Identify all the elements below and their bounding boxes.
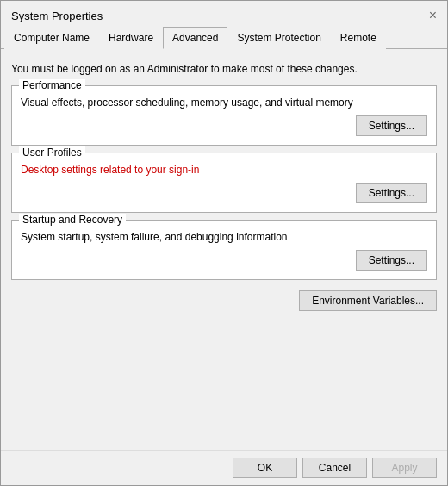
environment-variables-button[interactable]: Environment Variables...: [299, 290, 437, 311]
title-bar: System Properties ×: [1, 1, 447, 27]
startup-recovery-desc: System startup, system failure, and debu…: [21, 231, 427, 243]
apply-button[interactable]: Apply: [372, 458, 437, 478]
close-icon[interactable]: ×: [429, 8, 437, 23]
system-properties-window: System Properties × Computer Name Hardwa…: [0, 0, 448, 486]
tab-remote[interactable]: Remote: [331, 27, 386, 49]
user-profiles-section: User Profiles Desktop settings related t…: [11, 153, 437, 213]
tab-content: You must be logged on as an Administrato…: [1, 49, 447, 450]
performance-section: Performance Visual effects, processor sc…: [11, 85, 437, 146]
startup-recovery-label: Startup and Recovery: [19, 214, 126, 226]
tab-bar: Computer Name Hardware Advanced System P…: [1, 27, 447, 49]
performance-settings-button[interactable]: Settings...: [356, 115, 427, 136]
tab-system-protection[interactable]: System Protection: [227, 27, 330, 49]
tab-advanced[interactable]: Advanced: [163, 27, 227, 49]
user-profiles-desc: Desktop settings related to your sign-in: [21, 164, 427, 176]
ok-button[interactable]: OK: [233, 458, 297, 478]
tab-computer-name[interactable]: Computer Name: [4, 27, 99, 49]
performance-footer: Settings...: [21, 115, 427, 136]
user-profiles-footer: Settings...: [21, 183, 427, 203]
performance-label: Performance: [19, 79, 85, 91]
user-profiles-label: User Profiles: [19, 146, 85, 159]
startup-recovery-footer: Settings...: [21, 250, 427, 271]
tab-hardware[interactable]: Hardware: [99, 27, 163, 49]
startup-recovery-settings-button[interactable]: Settings...: [356, 250, 427, 271]
admin-info-text: You must be logged on as an Administrato…: [11, 59, 437, 78]
performance-desc: Visual effects, processor scheduling, me…: [21, 97, 427, 109]
startup-recovery-section: Startup and Recovery System startup, sys…: [11, 220, 437, 280]
bottom-bar: OK Cancel Apply: [1, 450, 447, 485]
user-profiles-settings-button[interactable]: Settings...: [356, 183, 427, 203]
cancel-button[interactable]: Cancel: [302, 458, 367, 478]
env-variables-row: Environment Variables...: [11, 287, 437, 315]
window-title: System Properties: [11, 9, 103, 22]
